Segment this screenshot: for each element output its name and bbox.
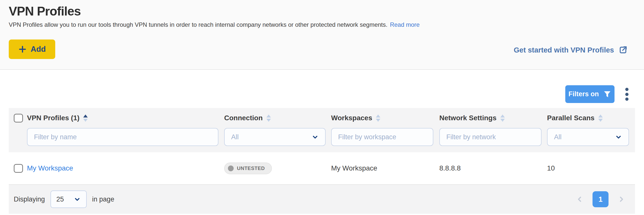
table-header: VPN Profiles (1) Connection Workspaces N… [9, 108, 635, 152]
add-button-label: Add [31, 45, 46, 54]
kebab-dot [625, 93, 628, 96]
filter-workspace-cell [331, 128, 439, 146]
page-description: VPN Profiles allow you to run our tools … [9, 21, 420, 28]
column-header-parallel-scans[interactable]: Parallel Scans [547, 114, 635, 122]
row-network-value: 8.8.8.8 [439, 164, 461, 172]
parallel-scans-filter-value: All [554, 133, 562, 141]
column-header-connection[interactable]: Connection [224, 114, 331, 122]
table-row: My Workspace UNTESTED My Workspace 8.8.8… [9, 152, 635, 184]
table-footer: Displaying 25 in page 1 [9, 184, 635, 214]
filter-by-workspace-input[interactable] [331, 128, 433, 146]
filter-connection-cell: All [224, 128, 331, 146]
column-header-network-label: Network Settings [439, 114, 496, 122]
previous-page-button[interactable] [576, 196, 584, 203]
table-filter-row: All All [9, 128, 635, 152]
connection-filter-value: All [231, 133, 239, 141]
filter-by-network-input[interactable] [439, 128, 542, 146]
status-badge-label: UNTESTED [237, 166, 265, 171]
kebab-menu-button[interactable] [622, 87, 632, 101]
row-name-cell: My Workspace [27, 164, 224, 172]
header-checkbox-cell [9, 114, 27, 122]
parallel-scans-filter-select[interactable]: All [547, 128, 629, 146]
status-dot-icon [228, 166, 234, 171]
filter-funnel-icon [603, 90, 611, 98]
page-size-select[interactable]: 25 [50, 190, 87, 208]
add-button[interactable]: Add [9, 40, 55, 59]
filters-on-label: Filters on [568, 90, 599, 98]
in-page-label: in page [92, 196, 114, 203]
filter-name-cell [27, 128, 224, 146]
row-parallel-scans-cell: 10 [547, 164, 635, 172]
column-header-workspaces[interactable]: Workspaces [331, 114, 439, 122]
row-parallel-scans-value: 10 [547, 164, 555, 172]
page-1-button[interactable]: 1 [592, 191, 608, 207]
column-header-name-label: VPN Profiles (1) [27, 114, 80, 122]
page-description-text: VPN Profiles allow you to run our tools … [9, 21, 387, 28]
page-size-value: 25 [56, 196, 64, 203]
chevron-down-icon [312, 134, 319, 140]
pagination: 1 [576, 185, 625, 214]
connection-filter-select[interactable]: All [224, 128, 326, 146]
row-checkbox-cell [9, 164, 27, 173]
column-header-name[interactable]: VPN Profiles (1) [27, 114, 224, 122]
row-network-cell: 8.8.8.8 [439, 164, 547, 172]
external-link-icon [618, 46, 628, 54]
kebab-dot [625, 98, 628, 101]
chevron-down-icon [74, 196, 81, 203]
vpn-profiles-table: VPN Profiles (1) Connection Workspaces N… [9, 108, 635, 214]
page-title: VPN Profiles [9, 4, 81, 18]
kebab-dot [625, 88, 628, 91]
displaying-label: Displaying [14, 196, 45, 203]
row-workspace-cell: My Workspace [331, 164, 439, 172]
page-header: VPN Profiles VPN Profiles allow you to r… [0, 0, 644, 70]
filters-on-button[interactable]: Filters on [565, 85, 614, 103]
get-started-label: Get started with VPN Profiles [514, 46, 614, 54]
filter-network-cell [439, 128, 547, 146]
next-page-button[interactable] [618, 196, 625, 203]
row-workspace-value: My Workspace [331, 164, 377, 172]
column-header-network[interactable]: Network Settings [439, 114, 547, 122]
sort-icon[interactable] [598, 114, 603, 122]
select-all-checkbox[interactable] [14, 114, 23, 122]
column-header-workspaces-label: Workspaces [331, 114, 372, 122]
filter-by-name-input[interactable] [27, 128, 218, 146]
chevron-right-icon [618, 196, 625, 203]
sort-icon[interactable] [266, 114, 271, 122]
chevron-down-icon [615, 134, 622, 140]
table-header-row: VPN Profiles (1) Connection Workspaces N… [9, 108, 635, 128]
read-more-link[interactable]: Read more [390, 21, 420, 28]
get-started-link[interactable]: Get started with VPN Profiles [514, 44, 628, 56]
sort-icon[interactable] [83, 114, 88, 122]
chevron-left-icon [576, 196, 584, 203]
sort-icon[interactable] [376, 114, 380, 122]
column-header-connection-label: Connection [224, 114, 263, 122]
sort-icon[interactable] [500, 114, 505, 122]
status-badge: UNTESTED [224, 162, 272, 174]
plus-icon [18, 45, 27, 54]
row-checkbox[interactable] [14, 164, 23, 173]
row-connection-cell: UNTESTED [224, 162, 331, 174]
vpn-profile-link[interactable]: My Workspace [27, 164, 73, 172]
column-header-parallel-scans-label: Parallel Scans [547, 114, 594, 122]
filter-parallel-cell: All [547, 128, 635, 146]
